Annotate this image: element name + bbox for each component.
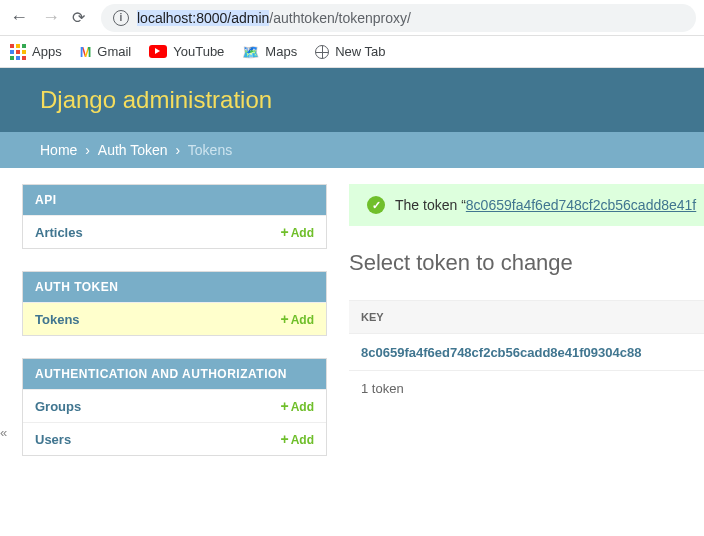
bookmark-label: Apps (32, 44, 62, 59)
site-title[interactable]: Django administration (40, 86, 664, 114)
model-row-tokens: Tokens +Add (23, 302, 326, 335)
breadcrumb-app[interactable]: Auth Token (98, 142, 168, 158)
app-caption[interactable]: AUTH TOKEN (23, 272, 326, 302)
app-caption[interactable]: API (23, 185, 326, 215)
model-link[interactable]: Articles (35, 225, 83, 240)
plus-icon: + (280, 431, 288, 447)
model-row-articles: Articles +Add (23, 215, 326, 248)
page-title: Select token to change (349, 250, 704, 276)
forward-button[interactable]: → (40, 7, 62, 28)
globe-icon (315, 45, 329, 59)
bookmark-maps[interactable]: 🗺️ Maps (242, 44, 297, 60)
add-link[interactable]: +Add (280, 398, 314, 414)
plus-icon: + (280, 398, 288, 414)
add-link[interactable]: +Add (280, 311, 314, 327)
table-row: 8c0659fa4f6ed748cf2cb56cadd8e41f09304c88 (349, 334, 704, 371)
check-icon: ✓ (367, 196, 385, 214)
bookmark-label: New Tab (335, 44, 385, 59)
breadcrumb: Home › Auth Token › Tokens (0, 132, 704, 168)
site-info-icon[interactable]: i (113, 10, 129, 26)
success-message: ✓ The token “8c0659fa4f6ed748cf2cb56cadd… (349, 184, 704, 226)
model-link[interactable]: Tokens (35, 312, 80, 327)
youtube-icon (149, 45, 167, 58)
breadcrumb-home[interactable]: Home (40, 142, 77, 158)
bookmark-gmail[interactable]: M Gmail (80, 44, 132, 60)
message-text: The token “8c0659fa4f6ed748cf2cb56cadd8e… (395, 197, 696, 213)
main-content: ✓ The token “8c0659fa4f6ed748cf2cb56cadd… (349, 184, 704, 406)
address-bar[interactable]: i localhost:8000/admin/authtoken/tokenpr… (101, 4, 696, 32)
model-row-groups: Groups +Add (23, 389, 326, 422)
breadcrumb-sep: › (176, 142, 181, 158)
reload-button[interactable]: ⟳ (72, 8, 85, 27)
plus-icon: + (280, 224, 288, 240)
breadcrumb-current: Tokens (188, 142, 232, 158)
token-key-link[interactable]: 8c0659fa4f6ed748cf2cb56cadd8e41f09304c88 (361, 345, 641, 360)
back-button[interactable]: ← (8, 7, 30, 28)
results-table: KEY 8c0659fa4f6ed748cf2cb56cadd8e41f0930… (349, 300, 704, 406)
bookmark-youtube[interactable]: YouTube (149, 44, 224, 59)
url-text: localhost:8000/admin/authtoken/tokenprox… (137, 10, 411, 26)
message-token-link[interactable]: 8c0659fa4f6ed748cf2cb56cadd8e41f (466, 197, 696, 213)
column-header-key[interactable]: KEY (349, 300, 704, 334)
breadcrumb-sep: › (85, 142, 90, 158)
bookmark-label: Gmail (97, 44, 131, 59)
model-link[interactable]: Groups (35, 399, 81, 414)
add-link[interactable]: +Add (280, 431, 314, 447)
app-module-auth: AUTHENTICATION AND AUTHORIZATION Groups … (22, 358, 327, 456)
bookmark-label: YouTube (173, 44, 224, 59)
add-link[interactable]: +Add (280, 224, 314, 240)
model-row-users: Users +Add (23, 422, 326, 455)
plus-icon: + (280, 311, 288, 327)
app-caption[interactable]: AUTHENTICATION AND AUTHORIZATION (23, 359, 326, 389)
paginator: 1 token (349, 371, 704, 406)
gmail-icon: M (80, 44, 92, 60)
bookmark-label: Maps (265, 44, 297, 59)
app-module-authtoken: AUTH TOKEN Tokens +Add (22, 271, 327, 336)
sidebar: API Articles +Add AUTH TOKEN Tokens +Add… (22, 184, 327, 478)
bookmark-newtab[interactable]: New Tab (315, 44, 385, 59)
browser-toolbar: ← → ⟳ i localhost:8000/admin/authtoken/t… (0, 0, 704, 36)
bookmark-apps[interactable]: Apps (10, 44, 62, 60)
sidebar-toggle[interactable]: « (0, 425, 7, 440)
bookmarks-bar: Apps M Gmail YouTube 🗺️ Maps New Tab (0, 36, 704, 68)
app-module-api: API Articles +Add (22, 184, 327, 249)
model-link[interactable]: Users (35, 432, 71, 447)
maps-icon: 🗺️ (242, 44, 259, 60)
apps-grid-icon (10, 44, 26, 60)
admin-header: Django administration (0, 68, 704, 132)
